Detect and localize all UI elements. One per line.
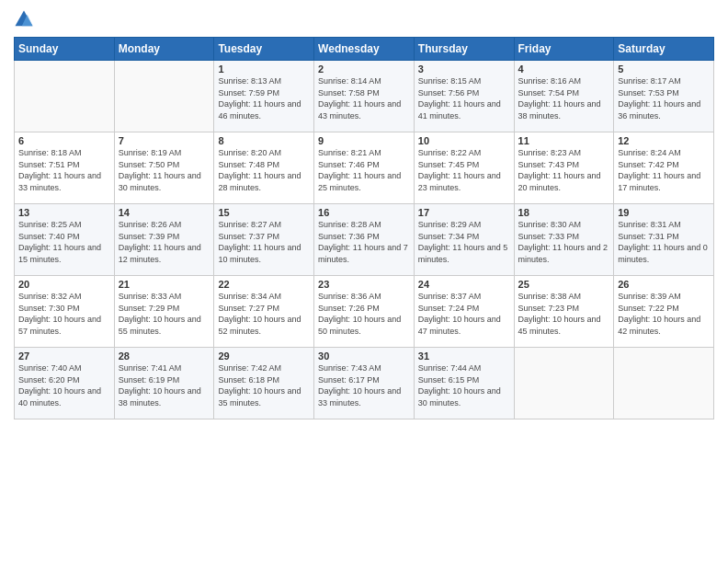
day-number: 12 xyxy=(618,135,710,146)
day-cell: 1Sunrise: 8:13 AM Sunset: 7:59 PM Daylig… xyxy=(214,61,314,132)
day-cell: 30Sunrise: 7:43 AM Sunset: 6:17 PM Dayli… xyxy=(314,348,415,419)
day-cell xyxy=(15,61,115,132)
day-info: Sunrise: 8:29 AM Sunset: 7:34 PM Dayligh… xyxy=(418,219,510,265)
day-number: 20 xyxy=(18,279,110,290)
day-cell: 19Sunrise: 8:31 AM Sunset: 7:31 PM Dayli… xyxy=(614,204,714,276)
day-cell: 21Sunrise: 8:33 AM Sunset: 7:29 PM Dayli… xyxy=(114,276,214,348)
day-info: Sunrise: 8:14 AM Sunset: 7:58 PM Dayligh… xyxy=(318,75,410,121)
day-info: Sunrise: 8:26 AM Sunset: 7:39 PM Dayligh… xyxy=(119,219,210,265)
day-cell: 14Sunrise: 8:26 AM Sunset: 7:39 PM Dayli… xyxy=(114,204,214,276)
day-number: 1 xyxy=(218,63,310,75)
day-number: 24 xyxy=(418,279,510,290)
day-cell: 2Sunrise: 8:14 AM Sunset: 7:58 PM Daylig… xyxy=(314,61,415,132)
day-cell: 7Sunrise: 8:19 AM Sunset: 7:50 PM Daylig… xyxy=(114,132,214,204)
day-number: 15 xyxy=(218,207,310,218)
day-cell xyxy=(114,61,214,132)
day-number: 2 xyxy=(318,63,410,75)
day-number: 9 xyxy=(318,135,410,146)
logo-icon xyxy=(14,9,34,29)
day-number: 23 xyxy=(318,279,410,290)
day-info: Sunrise: 7:41 AM Sunset: 6:19 PM Dayligh… xyxy=(119,362,210,408)
day-number: 17 xyxy=(418,207,510,218)
day-number: 16 xyxy=(318,207,410,218)
header-cell-tuesday: Tuesday xyxy=(214,38,314,61)
day-info: Sunrise: 7:43 AM Sunset: 6:17 PM Dayligh… xyxy=(318,362,410,408)
week-row-1: 1Sunrise: 8:13 AM Sunset: 7:59 PM Daylig… xyxy=(15,61,714,132)
day-cell: 8Sunrise: 8:20 AM Sunset: 7:48 PM Daylig… xyxy=(214,132,314,204)
day-info: Sunrise: 8:32 AM Sunset: 7:30 PM Dayligh… xyxy=(18,291,110,337)
header-cell-wednesday: Wednesday xyxy=(314,38,415,61)
day-info: Sunrise: 8:17 AM Sunset: 7:53 PM Dayligh… xyxy=(618,75,710,121)
day-cell: 6Sunrise: 8:18 AM Sunset: 7:51 PM Daylig… xyxy=(15,132,115,204)
day-number: 27 xyxy=(18,350,110,362)
day-info: Sunrise: 8:22 AM Sunset: 7:45 PM Dayligh… xyxy=(418,147,510,193)
day-number: 25 xyxy=(518,279,610,290)
day-cell: 16Sunrise: 8:28 AM Sunset: 7:36 PM Dayli… xyxy=(314,204,415,276)
week-row-3: 13Sunrise: 8:25 AM Sunset: 7:40 PM Dayli… xyxy=(15,204,714,276)
day-info: Sunrise: 8:37 AM Sunset: 7:24 PM Dayligh… xyxy=(418,291,510,337)
day-number: 22 xyxy=(218,279,310,290)
day-number: 14 xyxy=(119,207,210,218)
day-number: 5 xyxy=(618,63,710,75)
day-number: 31 xyxy=(418,350,510,362)
day-info: Sunrise: 7:40 AM Sunset: 6:20 PM Dayligh… xyxy=(18,362,110,408)
day-info: Sunrise: 8:31 AM Sunset: 7:31 PM Dayligh… xyxy=(618,219,710,265)
day-cell: 23Sunrise: 8:36 AM Sunset: 7:26 PM Dayli… xyxy=(314,276,415,348)
day-info: Sunrise: 8:19 AM Sunset: 7:50 PM Dayligh… xyxy=(119,147,210,193)
day-cell: 11Sunrise: 8:23 AM Sunset: 7:43 PM Dayli… xyxy=(514,132,614,204)
header-cell-thursday: Thursday xyxy=(414,38,514,61)
week-row-5: 27Sunrise: 7:40 AM Sunset: 6:20 PM Dayli… xyxy=(15,348,714,419)
day-info: Sunrise: 8:20 AM Sunset: 7:48 PM Dayligh… xyxy=(218,147,310,193)
day-info: Sunrise: 8:21 AM Sunset: 7:46 PM Dayligh… xyxy=(318,147,410,193)
day-number: 28 xyxy=(119,350,210,362)
day-info: Sunrise: 8:18 AM Sunset: 7:51 PM Dayligh… xyxy=(18,147,110,193)
day-cell: 18Sunrise: 8:30 AM Sunset: 7:33 PM Dayli… xyxy=(514,204,614,276)
day-cell: 12Sunrise: 8:24 AM Sunset: 7:42 PM Dayli… xyxy=(614,132,714,204)
logo xyxy=(14,9,38,29)
day-number: 13 xyxy=(18,207,110,218)
week-row-4: 20Sunrise: 8:32 AM Sunset: 7:30 PM Dayli… xyxy=(15,276,714,348)
day-info: Sunrise: 8:16 AM Sunset: 7:54 PM Dayligh… xyxy=(518,75,610,121)
day-cell: 10Sunrise: 8:22 AM Sunset: 7:45 PM Dayli… xyxy=(414,132,514,204)
day-info: Sunrise: 8:23 AM Sunset: 7:43 PM Dayligh… xyxy=(518,147,610,193)
day-info: Sunrise: 8:33 AM Sunset: 7:29 PM Dayligh… xyxy=(119,291,210,337)
day-cell: 29Sunrise: 7:42 AM Sunset: 6:18 PM Dayli… xyxy=(214,348,314,419)
day-number: 6 xyxy=(18,135,110,146)
day-cell: 20Sunrise: 8:32 AM Sunset: 7:30 PM Dayli… xyxy=(15,276,115,348)
day-number: 10 xyxy=(418,135,510,146)
day-info: Sunrise: 8:28 AM Sunset: 7:36 PM Dayligh… xyxy=(318,219,410,265)
day-info: Sunrise: 8:34 AM Sunset: 7:27 PM Dayligh… xyxy=(218,291,310,337)
day-number: 7 xyxy=(119,135,210,146)
day-cell xyxy=(614,348,714,419)
day-number: 8 xyxy=(218,135,310,146)
header-cell-monday: Monday xyxy=(114,38,214,61)
day-cell: 9Sunrise: 8:21 AM Sunset: 7:46 PM Daylig… xyxy=(314,132,415,204)
day-cell: 15Sunrise: 8:27 AM Sunset: 7:37 PM Dayli… xyxy=(214,204,314,276)
day-info: Sunrise: 8:30 AM Sunset: 7:33 PM Dayligh… xyxy=(518,219,610,265)
day-cell: 27Sunrise: 7:40 AM Sunset: 6:20 PM Dayli… xyxy=(15,348,115,419)
day-number: 11 xyxy=(518,135,610,146)
day-number: 30 xyxy=(318,350,410,362)
day-number: 19 xyxy=(618,207,710,218)
day-info: Sunrise: 7:44 AM Sunset: 6:15 PM Dayligh… xyxy=(418,362,510,408)
day-number: 3 xyxy=(418,63,510,75)
day-cell: 4Sunrise: 8:16 AM Sunset: 7:54 PM Daylig… xyxy=(514,61,614,132)
day-cell: 28Sunrise: 7:41 AM Sunset: 6:19 PM Dayli… xyxy=(114,348,214,419)
day-cell: 5Sunrise: 8:17 AM Sunset: 7:53 PM Daylig… xyxy=(614,61,714,132)
header-row: SundayMondayTuesdayWednesdayThursdayFrid… xyxy=(15,38,714,61)
day-cell: 26Sunrise: 8:39 AM Sunset: 7:22 PM Dayli… xyxy=(614,276,714,348)
day-cell: 31Sunrise: 7:44 AM Sunset: 6:15 PM Dayli… xyxy=(414,348,514,419)
day-cell: 17Sunrise: 8:29 AM Sunset: 7:34 PM Dayli… xyxy=(414,204,514,276)
day-info: Sunrise: 8:38 AM Sunset: 7:23 PM Dayligh… xyxy=(518,291,610,337)
header-cell-saturday: Saturday xyxy=(614,38,714,61)
calendar-table: SundayMondayTuesdayWednesdayThursdayFrid… xyxy=(14,37,714,419)
day-cell: 3Sunrise: 8:15 AM Sunset: 7:56 PM Daylig… xyxy=(414,61,514,132)
day-number: 18 xyxy=(518,207,610,218)
day-number: 26 xyxy=(618,279,710,290)
day-number: 29 xyxy=(218,350,310,362)
day-number: 4 xyxy=(518,63,610,75)
day-info: Sunrise: 8:36 AM Sunset: 7:26 PM Dayligh… xyxy=(318,291,410,337)
day-info: Sunrise: 8:25 AM Sunset: 7:40 PM Dayligh… xyxy=(18,219,110,265)
day-info: Sunrise: 8:39 AM Sunset: 7:22 PM Dayligh… xyxy=(618,291,710,337)
day-cell: 22Sunrise: 8:34 AM Sunset: 7:27 PM Dayli… xyxy=(214,276,314,348)
